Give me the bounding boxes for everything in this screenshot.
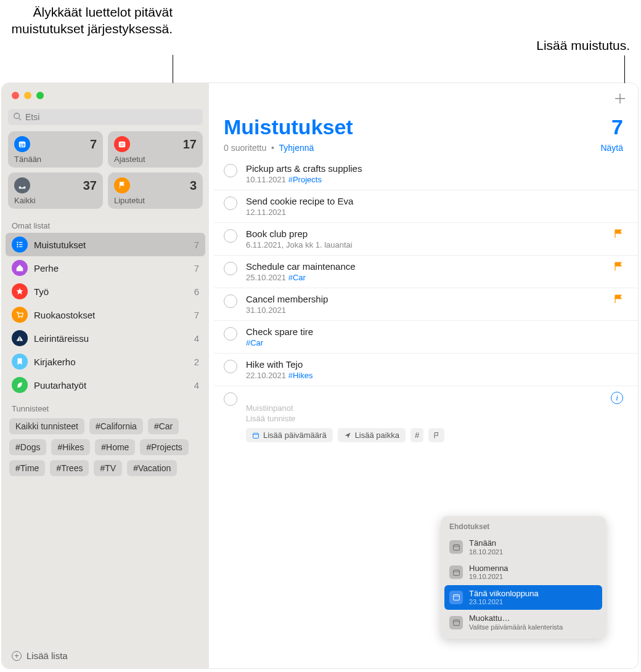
date-suggestion[interactable]: Tänään18.10.2021 (444, 535, 602, 560)
tag-pill[interactable]: #TV (94, 460, 122, 476)
reminder-title: Pickup arts & crafts supplies (246, 163, 623, 174)
complete-checkbox[interactable] (224, 294, 237, 308)
sidebar-list-item[interactable]: Työ 6 (6, 280, 205, 303)
reminder-title: Check spare tire (246, 326, 623, 337)
clear-link[interactable]: Tyhjennä (279, 143, 314, 153)
add-reminder-button[interactable] (613, 92, 627, 105)
add-flag-chip[interactable] (428, 428, 444, 442)
suggestion-title: Tänään (469, 538, 503, 548)
smart-label: Tänään (14, 155, 97, 164)
reminder-subtitle: 12.11.2021 (246, 208, 623, 217)
date-suggestion[interactable]: Huomenna19.10.2021 (444, 560, 602, 585)
date-suggestion[interactable]: Tänä viikonloppuna23.10.2021 (444, 585, 602, 610)
reminder-row[interactable]: Hike with Tejo 22.10.2021 #Hikes (214, 354, 638, 386)
reminder-subtitle: 31.10.2021 (246, 306, 613, 315)
close-icon[interactable] (12, 92, 19, 99)
tag-pill[interactable]: #Trees (50, 460, 89, 476)
complete-checkbox[interactable] (224, 360, 237, 373)
calendar-icon (449, 540, 463, 554)
complete-checkbox[interactable] (224, 392, 237, 406)
add-date-chip[interactable]: Lisää päivämäärä (246, 428, 333, 442)
tag-pill[interactable]: #California (89, 418, 143, 434)
list-name: Muistutukset (34, 240, 194, 250)
sidebar-list-item[interactable]: Ruokaostokset 7 (6, 303, 205, 326)
info-icon[interactable]: i (611, 392, 623, 404)
add-list-label: Lisää lista (27, 650, 68, 661)
complete-checkbox[interactable] (224, 196, 237, 210)
svg-point-9 (17, 246, 18, 247)
sidebar-list-item[interactable]: Muistutukset 7 (6, 233, 205, 256)
reminder-row[interactable]: Schedule car maintenance 25.10.2021 #Car (214, 256, 638, 288)
smart-count: 17 (183, 137, 197, 152)
sidebar-list-item[interactable]: Puutarhatyöt 4 (6, 373, 205, 397)
tag-pill[interactable]: #Car (148, 418, 179, 434)
new-reminder-row[interactable]: Muistiinpanot Lisää tunniste Lisää päivä… (214, 386, 638, 448)
suggestion-date: 19.10.2021 (469, 573, 508, 581)
cart-icon (12, 307, 28, 323)
add-location-chip[interactable]: Lisää paikka (338, 428, 406, 442)
reminder-row[interactable]: Pickup arts & crafts supplies 10.11.2021… (214, 158, 638, 190)
svg-text:19: 19 (20, 143, 25, 147)
fullscreen-icon[interactable] (36, 92, 44, 99)
reminder-row[interactable]: Book club prep 6.11.2021, Joka kk 1. lau… (214, 223, 638, 256)
add-tag-placeholder[interactable]: Lisää tunniste (246, 414, 611, 423)
reminder-row[interactable]: Send cookie recipe to Eva 12.11.2021 (214, 190, 638, 223)
tag-pill[interactable]: #Dogs (9, 439, 46, 455)
app-window: 19 7 Tänään 17 Ajastetut (2, 83, 638, 668)
suggestion-title: Muokattu… (469, 613, 563, 623)
home-icon (12, 260, 28, 276)
tag-pill[interactable]: #Home (95, 439, 135, 455)
smart-label: Ajastetut (114, 155, 197, 164)
tag-pill[interactable]: #Vacation (127, 460, 177, 476)
suggestion-date: 18.10.2021 (469, 548, 503, 556)
date-suggestions-popover: Ehdotukset Tänään18.10.2021 Huomenna19.1… (441, 516, 606, 639)
search-input[interactable] (8, 109, 203, 125)
sidebar-list-item[interactable]: Leirintäreissu 4 (6, 326, 205, 350)
smart-scheduled[interactable]: 17 Ajastetut (108, 131, 203, 168)
tag-pill[interactable]: #Hikes (51, 439, 90, 455)
show-link[interactable]: Näytä (600, 143, 623, 153)
add-list-button[interactable]: + Lisää lista (2, 643, 209, 668)
date-suggestion[interactable]: Muokattu…Valitse päivämäärä kalenterista (444, 610, 602, 635)
complete-checkbox[interactable] (224, 262, 237, 275)
notes-placeholder[interactable]: Muistiinpanot (246, 403, 611, 413)
svg-rect-25 (453, 595, 459, 601)
smart-today[interactable]: 19 7 Tänään (8, 131, 103, 168)
calendar-icon (114, 136, 130, 152)
tray-icon (14, 177, 30, 193)
completed-count: 0 suoritettu (224, 143, 266, 153)
list-count: 7 (194, 240, 199, 250)
reminder-row[interactable]: Cancel membership 31.10.2021 (214, 288, 638, 321)
bookmark-icon (12, 354, 28, 370)
calendar-icon (449, 616, 463, 629)
callout-leader (624, 55, 625, 87)
reminder-subtitle: 10.11.2021 #Projects (246, 175, 623, 184)
search-input-wrapper (8, 109, 203, 125)
list-name: Puutarhatyöt (34, 380, 194, 391)
new-reminder-title-input[interactable] (246, 392, 611, 402)
tag-pill[interactable]: #Projects (140, 439, 188, 455)
popover-header: Ehdotukset (444, 522, 602, 535)
reminder-row[interactable]: Check spare tire #Car (214, 321, 638, 354)
tags-header: Tunnisteet (2, 397, 209, 416)
tag-pill[interactable]: #Time (9, 460, 45, 476)
complete-checkbox[interactable] (224, 164, 237, 177)
flag-icon (613, 229, 623, 249)
complete-checkbox[interactable] (224, 327, 237, 341)
tag-pill[interactable]: Kaikki tunnisteet (9, 418, 84, 434)
sidebar-list-item[interactable]: Kirjakerho 2 (6, 350, 205, 373)
smart-all[interactable]: 37 Kaikki (8, 172, 103, 209)
flag-icon (613, 294, 623, 315)
sidebar-list-item[interactable]: Perhe 7 (6, 256, 205, 280)
smart-flagged[interactable]: 3 Liputetut (108, 172, 203, 209)
reminder-subtitle: 6.11.2021, Joka kk 1. lauantai (246, 240, 613, 249)
complete-checkbox[interactable] (224, 229, 237, 243)
list-count: 4 (194, 380, 199, 391)
list-name: Ruokaostokset (34, 310, 194, 320)
list-count: 6 (194, 286, 199, 297)
list-count: 7 (194, 263, 199, 273)
add-tag-chip[interactable]: # (410, 428, 423, 442)
tags-list: Kaikki tunnisteet#California#Car#Dogs#Hi… (2, 416, 209, 481)
minimize-icon[interactable] (24, 92, 31, 99)
calendar-icon (449, 591, 463, 604)
